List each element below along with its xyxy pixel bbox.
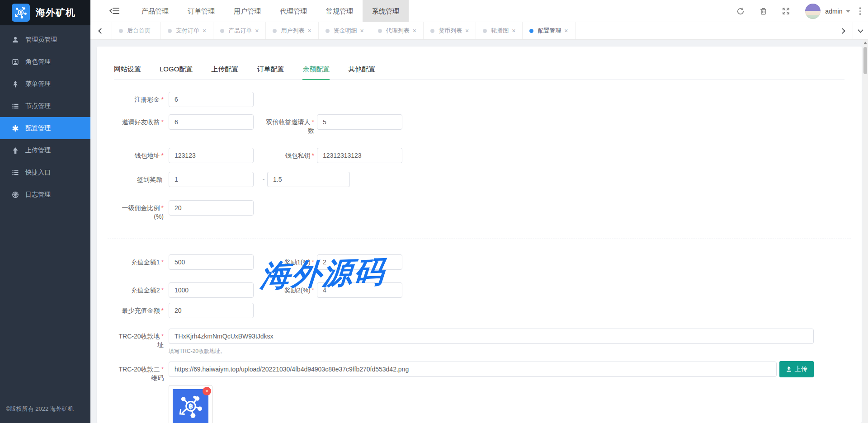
trash-icon[interactable] xyxy=(759,7,767,15)
wallet-address-input[interactable] xyxy=(169,148,254,163)
trc20-address-help: 填写TRC-20收款地址。 xyxy=(169,348,226,355)
upload-button[interactable]: 上传 xyxy=(779,361,814,377)
field-label: 充值金额1* xyxy=(113,254,164,267)
close-icon[interactable]: × xyxy=(465,28,469,34)
sidebar-item-role-manage[interactable]: 角色管理 xyxy=(0,51,90,73)
field-label: 奖励2(%)* xyxy=(264,282,314,295)
menu-fold-icon[interactable] xyxy=(109,6,119,15)
sidebar-item-menu-manage[interactable]: 菜单管理 xyxy=(0,73,90,95)
field-label: 注册彩金* xyxy=(113,92,164,104)
sidebar-item-label: 配置管理 xyxy=(25,124,51,132)
web-globe-icon xyxy=(11,191,19,198)
signin-reward-min-input[interactable] xyxy=(169,172,254,187)
chevron-down-icon[interactable] xyxy=(846,10,850,13)
top-navbar: 产品管理 订单管理 用户管理 代理管理 常规管理 系统管理 admin xyxy=(90,0,868,22)
tab-site-settings[interactable]: 网站设置 xyxy=(114,59,141,80)
sidebar-item-quick-entry[interactable]: 快捷入口 xyxy=(0,161,90,183)
tabs-menu-icon[interactable] xyxy=(853,22,868,39)
scrollbar-up-arrow[interactable] xyxy=(863,42,867,44)
top-menu-user[interactable]: 用户管理 xyxy=(224,0,270,22)
sidebar-item-label: 快捷入口 xyxy=(25,169,51,177)
settings-asterisk-icon xyxy=(11,124,19,132)
tab-dot xyxy=(220,29,224,33)
close-icon[interactable]: × xyxy=(307,28,311,34)
sidebar-item-upload-manage[interactable]: 上传管理 xyxy=(0,139,90,161)
field-label: 签到奖励 xyxy=(113,172,164,184)
sidebar-item-admin-manage[interactable]: 管理员管理 xyxy=(0,28,90,51)
admin-app: 海外矿机 管理员管理 角色管理 菜单管理 xyxy=(0,0,868,423)
tab-user-list[interactable]: 用户列表 × xyxy=(266,22,318,39)
sidebar-item-label: 上传管理 xyxy=(25,146,51,155)
top-menu-product[interactable]: 产品管理 xyxy=(132,0,178,22)
tab-dot xyxy=(119,29,123,33)
scrollbar[interactable] xyxy=(863,40,868,423)
arrow-up-icon xyxy=(11,146,19,154)
tab-logo-config[interactable]: LOGO配置 xyxy=(160,59,193,80)
signin-reward-max-input[interactable] xyxy=(267,172,350,187)
field-label: 最少充值金额* xyxy=(113,303,164,315)
min-recharge-amount-input[interactable] xyxy=(169,303,254,318)
invite-earnings-input[interactable] xyxy=(169,114,254,130)
top-menu-order[interactable]: 订单管理 xyxy=(178,0,224,22)
top-menu-system[interactable]: 系统管理 xyxy=(363,0,409,22)
sidebar-menu: 管理员管理 角色管理 菜单管理 节点管理 xyxy=(0,25,90,206)
close-icon[interactable]: × xyxy=(203,28,206,34)
tab-product-orders[interactable]: 产品订单 × xyxy=(213,22,266,39)
close-icon[interactable]: × xyxy=(512,28,515,34)
register-bonus-input[interactable] xyxy=(169,92,254,107)
open-page-tabs: 后台首页 支付订单 × 产品订单 × 用户列表 × 资金明细 × xyxy=(112,22,576,39)
tab-agent-list[interactable]: 代理列表 × xyxy=(371,22,424,39)
reward-1-input[interactable] xyxy=(317,254,402,270)
close-icon[interactable]: × xyxy=(564,28,568,34)
tab-order-config[interactable]: 订单配置 xyxy=(257,59,284,80)
copyright-text: ©版权所有 2022 海外矿机 xyxy=(6,405,74,413)
wallet-private-key-input[interactable] xyxy=(317,148,402,163)
recharge-amount-1-input[interactable] xyxy=(169,254,254,270)
top-menu: 产品管理 订单管理 用户管理 代理管理 常规管理 系统管理 xyxy=(132,0,409,22)
qr-image-thumbnail[interactable]: × xyxy=(169,385,212,423)
field-label: 钱包地址* xyxy=(113,148,164,160)
sidebar-item-label: 管理员管理 xyxy=(25,36,57,44)
close-icon[interactable]: × xyxy=(255,28,259,34)
refresh-icon[interactable] xyxy=(736,7,745,15)
dashed-divider xyxy=(108,239,851,239)
tab-carousel[interactable]: 轮播图 × xyxy=(476,22,523,39)
tab-dot xyxy=(273,29,277,33)
tab-dashboard[interactable]: 后台首页 xyxy=(112,22,161,39)
content-area: 网站设置 LOGO配置 上传配置 订单配置 余额配置 其他配置 注册彩金* 邀请… xyxy=(90,40,868,423)
field-label: 充值金额2* xyxy=(113,282,164,295)
sidebar-item-label: 角色管理 xyxy=(25,58,51,66)
sidebar-item-config-manage[interactable]: 配置管理 xyxy=(0,117,90,139)
tab-dot xyxy=(529,29,533,33)
tabs-scroll-right-icon[interactable] xyxy=(832,22,853,39)
tab-currency-list[interactable]: 货币列表 × xyxy=(424,22,476,39)
field-label: 钱包私钥* xyxy=(264,148,314,160)
tab-config-manage[interactable]: 配置管理 × xyxy=(523,22,575,39)
list-icon xyxy=(11,102,19,110)
commission-rate-input[interactable] xyxy=(169,200,254,216)
remove-image-icon[interactable]: × xyxy=(203,387,211,395)
close-icon[interactable]: × xyxy=(413,28,416,34)
more-options-icon[interactable] xyxy=(859,7,861,15)
sidebar-item-log-manage[interactable]: 日志管理 xyxy=(0,183,90,206)
sidebar-item-node-manage[interactable]: 节点管理 xyxy=(0,95,90,117)
username-dropdown[interactable]: admin xyxy=(825,8,842,15)
reward-2-input[interactable] xyxy=(317,282,402,298)
close-icon[interactable]: × xyxy=(360,28,364,34)
tab-other-config[interactable]: 其他配置 xyxy=(348,59,375,80)
trc20-address-input[interactable] xyxy=(169,329,814,344)
user-avatar[interactable] xyxy=(805,4,821,19)
tab-fund-detail[interactable]: 资金明细 × xyxy=(319,22,371,39)
tabs-scroll-left-icon[interactable] xyxy=(90,22,112,39)
top-menu-agent[interactable]: 代理管理 xyxy=(270,0,316,22)
logo[interactable]: 海外矿机 xyxy=(0,0,90,25)
tab-balance-config[interactable]: 余额配置 xyxy=(302,59,330,80)
tab-upload-config[interactable]: 上传配置 xyxy=(211,59,238,80)
fullscreen-icon[interactable] xyxy=(782,7,790,15)
trc20-qrcode-url-input[interactable] xyxy=(169,362,777,377)
double-earnings-invitees-input[interactable] xyxy=(317,114,402,130)
tab-pay-orders[interactable]: 支付订单 × xyxy=(161,22,213,39)
recharge-amount-2-input[interactable] xyxy=(169,282,254,298)
top-menu-general[interactable]: 常规管理 xyxy=(316,0,363,22)
scrollbar-thumb[interactable] xyxy=(863,47,867,74)
